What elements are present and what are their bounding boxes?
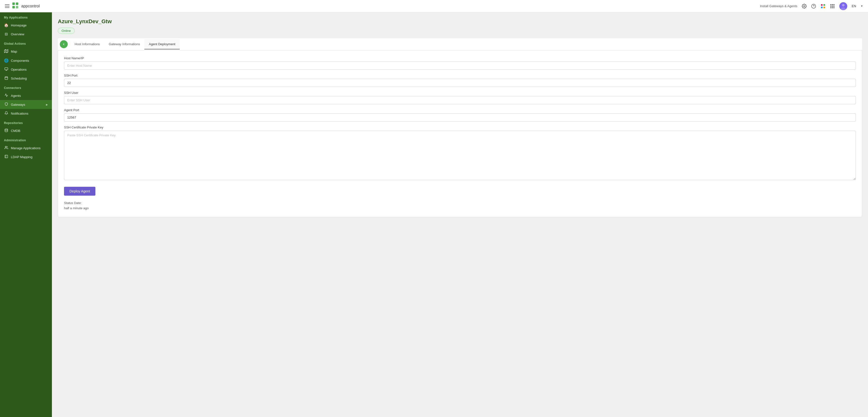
scheduling-icon xyxy=(4,76,8,81)
install-link[interactable]: Install Gateways & Agents xyxy=(760,4,797,8)
svg-rect-11 xyxy=(831,4,831,5)
sidebar-item-notifications[interactable]: Notifications xyxy=(0,109,52,118)
svg-point-32 xyxy=(5,146,6,148)
sidebar-item-map[interactable]: Map xyxy=(0,47,52,56)
app-header: appcontrol Install Gateways & Agents xyxy=(0,0,868,12)
sidebar-label-operations: Operations xyxy=(11,68,27,71)
map-icon xyxy=(4,49,8,54)
svg-rect-3 xyxy=(16,6,18,8)
overview-icon: ⊟ xyxy=(4,32,8,36)
sidebar-label-notifications: Notifications xyxy=(11,112,28,116)
sidebar-item-agents[interactable]: Agents xyxy=(0,91,52,100)
sidebar-label-components: Components xyxy=(11,59,29,63)
home-icon: 🏠 xyxy=(4,23,8,27)
grid-apps-icon[interactable] xyxy=(830,4,835,9)
svg-point-21 xyxy=(842,4,844,6)
sidebar-section-my-applications: My Applications xyxy=(0,12,52,21)
settings-icon[interactable] xyxy=(802,4,807,9)
svg-rect-16 xyxy=(833,5,834,6)
sidebar-section-repositories: Repositories xyxy=(0,118,52,126)
sidebar: My Applications 🏠 Homepage ⊟ Overview Gl… xyxy=(0,12,52,417)
svg-rect-10 xyxy=(824,6,825,8)
host-name-input[interactable] xyxy=(64,62,856,70)
slack-icon[interactable] xyxy=(820,4,826,9)
sidebar-section-connectors: Connectors xyxy=(0,83,52,91)
svg-rect-19 xyxy=(833,7,834,8)
gateways-icon xyxy=(4,102,8,107)
tabs-bar: Host Informations Gateway Informations A… xyxy=(58,38,862,51)
status-date-label: Status Date: xyxy=(64,201,82,205)
app-title: appcontrol xyxy=(21,4,40,8)
ldap-icon xyxy=(4,155,8,159)
main-layout: My Applications 🏠 Homepage ⊟ Overview Gl… xyxy=(0,12,868,417)
lang-chevron-icon[interactable]: ▼ xyxy=(861,5,863,7)
agents-icon xyxy=(4,93,8,98)
svg-rect-9 xyxy=(821,6,823,8)
svg-rect-26 xyxy=(5,68,8,70)
gateways-arrow-icon: ▶ xyxy=(46,103,48,106)
svg-marker-23 xyxy=(4,50,8,53)
ssh-user-input[interactable] xyxy=(64,96,856,104)
sidebar-label-overview: Overview xyxy=(11,32,24,36)
ssh-user-group: SSH User xyxy=(64,91,856,104)
operations-icon xyxy=(4,67,8,72)
host-name-group: Host Name/IP xyxy=(64,56,856,70)
tab-back-button[interactable] xyxy=(60,40,68,48)
ssh-cert-group: SSH Certificate Private Key xyxy=(64,126,856,181)
page-title: Azure_LynxDev_Gtw xyxy=(58,18,862,25)
sidebar-item-components[interactable]: 🌐 Components xyxy=(0,56,52,65)
svg-rect-0 xyxy=(12,2,15,5)
cmdb-icon xyxy=(4,128,8,133)
tab-gateway-informations[interactable]: Gateway Informations xyxy=(104,39,144,50)
sidebar-item-overview[interactable]: ⊟ Overview xyxy=(0,30,52,38)
sidebar-item-homepage[interactable]: 🏠 Homepage xyxy=(0,21,52,30)
language-selector[interactable]: EN xyxy=(852,4,856,8)
svg-point-4 xyxy=(804,5,805,7)
sidebar-item-manage-applications[interactable]: Manage Applications xyxy=(0,143,52,153)
sidebar-label-ldap-mapping: LDAP Mapping xyxy=(11,155,32,159)
svg-rect-7 xyxy=(821,4,823,6)
svg-point-31 xyxy=(5,129,7,130)
ssh-cert-textarea[interactable] xyxy=(64,131,856,180)
tab-agent-deployment[interactable]: Agent Deployment xyxy=(144,39,180,50)
sidebar-item-cmdb[interactable]: CMDB xyxy=(0,126,52,135)
sidebar-section-global-actions: Global Actions xyxy=(0,38,52,47)
ssh-port-input[interactable] xyxy=(64,79,856,87)
svg-rect-33 xyxy=(5,155,7,158)
sidebar-item-ldap-mapping[interactable]: LDAP Mapping xyxy=(0,153,52,161)
svg-rect-1 xyxy=(16,2,18,5)
hamburger-menu[interactable] xyxy=(5,4,9,8)
svg-rect-27 xyxy=(5,77,7,79)
tab-host-informations[interactable]: Host Informations xyxy=(70,39,104,50)
svg-rect-17 xyxy=(831,7,831,8)
host-name-label: Host Name/IP xyxy=(64,56,856,60)
header-left: appcontrol xyxy=(5,2,40,10)
sidebar-label-manage-applications: Manage Applications xyxy=(11,146,40,150)
status-date-value: half a minute ago xyxy=(64,206,89,210)
ssh-port-label: SSH Port xyxy=(64,74,856,77)
sidebar-item-scheduling[interactable]: Scheduling xyxy=(0,74,52,83)
svg-rect-8 xyxy=(824,4,825,6)
manage-applications-icon xyxy=(4,146,8,150)
form-card: Host Name/IP SSH Port SSH User Agent Por… xyxy=(58,51,862,217)
header-right: Install Gateways & Agents xyxy=(760,2,863,10)
main-content: Azure_LynxDev_Gtw Online Host Informatio… xyxy=(52,12,868,417)
sidebar-label-homepage: Homepage xyxy=(11,24,27,27)
svg-rect-18 xyxy=(832,7,833,8)
sidebar-label-gateways: Gateways xyxy=(11,103,25,106)
deploy-agent-button[interactable]: Deploy Agent xyxy=(64,187,95,196)
svg-rect-12 xyxy=(832,4,833,5)
svg-rect-14 xyxy=(831,5,831,6)
svg-rect-15 xyxy=(832,5,833,6)
agent-port-input[interactable] xyxy=(64,114,856,122)
sidebar-item-gateways[interactable]: Gateways ▶ xyxy=(0,100,52,109)
components-icon: 🌐 xyxy=(4,58,8,63)
status-badge: Online xyxy=(58,28,75,34)
sidebar-label-cmdb: CMDB xyxy=(11,129,20,133)
sidebar-item-operations[interactable]: Operations xyxy=(0,65,52,74)
help-icon[interactable] xyxy=(811,4,816,9)
svg-rect-2 xyxy=(12,6,15,8)
sidebar-section-administration: Administration xyxy=(0,135,52,143)
avatar[interactable] xyxy=(839,2,847,10)
status-info: Status Date: half a minute ago xyxy=(64,201,856,211)
